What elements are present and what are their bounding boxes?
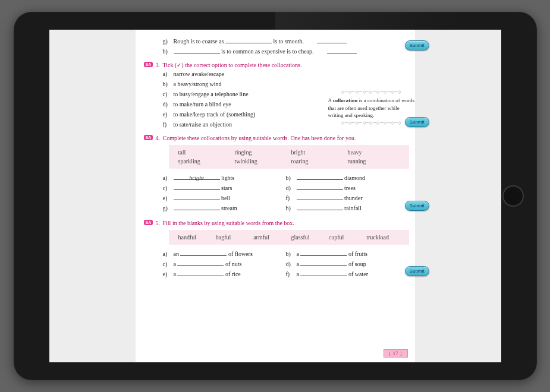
page-margin-right — [415, 30, 501, 362]
page-number-value: 17 — [393, 350, 398, 356]
q4-item: b) diamond — [286, 173, 409, 182]
blank-input[interactable] — [297, 204, 343, 210]
item-label: d) — [163, 100, 168, 109]
home-button[interactable] — [502, 185, 524, 207]
q4-answers: a)bright lights c) stars e) bell g) stre… — [143, 172, 409, 214]
blank-input[interactable] — [300, 260, 347, 266]
q4-item: c) stars — [163, 184, 286, 192]
q5-item: e)a of rice — [163, 270, 286, 279]
page-margin-left — [49, 30, 136, 362]
text: ) the correct option to complete these c… — [181, 62, 301, 68]
text: trees — [344, 185, 356, 191]
text: a — [174, 271, 176, 277]
word-option: handful — [176, 233, 213, 242]
item-label: c) — [163, 184, 168, 192]
text: a — [297, 251, 299, 257]
question-number: 3. — [156, 62, 161, 68]
q4-item: d) trees — [286, 184, 409, 192]
item-label: b) — [286, 249, 291, 258]
text: of soup — [348, 261, 366, 267]
item-label: a) — [163, 249, 168, 258]
page-number: [17] — [384, 349, 408, 358]
submit-button-q4[interactable]: Submit — [405, 201, 429, 211]
item-label: b) — [286, 173, 291, 182]
item-label: e) — [163, 270, 168, 279]
blank-input[interactable] — [297, 194, 343, 200]
blank-input[interactable] — [297, 173, 343, 180]
q5-item: d)a of soup — [286, 260, 409, 268]
blank-input[interactable] — [174, 194, 220, 200]
q4-heading: SA 4. Complete these collocations by usi… — [143, 135, 409, 141]
text: to busy/engage a telephone line — [174, 91, 249, 97]
blank-input[interactable] — [300, 270, 347, 276]
item-label: c) — [163, 260, 168, 268]
blank-input[interactable]: bright — [174, 173, 220, 180]
text: of fruits — [348, 251, 367, 257]
item-label: b) — [163, 80, 168, 88]
item-label: h) — [163, 47, 168, 56]
text: diamond — [344, 175, 365, 181]
text: a — [297, 261, 299, 267]
word-option: glassful — [288, 233, 326, 242]
q2-item-h: h) is to common as expensive is to cheap… — [143, 47, 409, 56]
text: a — [174, 261, 176, 267]
item-label: g) — [163, 37, 168, 46]
blank-input[interactable] — [174, 47, 220, 53]
item-label: f) — [286, 194, 290, 203]
q2-item-g: g) Rough is to coarse as is to smooth. — [143, 37, 409, 46]
collocation-callout: ◇─◇─◇─◇─◇─◇─◇─◇─◇ A collocation is a com… — [325, 83, 419, 132]
word-option: sparkling — [176, 157, 232, 166]
blank-input[interactable] — [300, 249, 347, 256]
tablet-frame: g) Rough is to coarse as is to smooth. h… — [14, 12, 537, 380]
text: lights — [221, 175, 234, 181]
text: narrow awake/escape — [174, 71, 225, 77]
word-option: bagful — [213, 233, 251, 242]
blank-input[interactable] — [177, 270, 224, 276]
text: to rate/raise an objection — [174, 121, 232, 128]
q5-heading: SA 5. Fill in the blanks by using suitab… — [143, 220, 409, 226]
blank-input[interactable] — [174, 184, 220, 190]
item-label: g) — [163, 204, 168, 213]
word-option: heavy — [345, 148, 402, 157]
worksheet-page: g) Rough is to coarse as is to smooth. h… — [136, 30, 415, 362]
text: is to smooth. — [274, 38, 304, 45]
submit-button-q5[interactable]: Submit — [405, 266, 429, 276]
text: A — [328, 97, 333, 103]
q5-wordbox: handful bagful armful glassful cupful tr… — [169, 230, 409, 245]
text: rainfall — [344, 205, 362, 211]
decorative-border: ◇─◇─◇─◇─◇─◇─◇─◇─◇ — [328, 90, 415, 95]
blank-input[interactable] — [177, 260, 224, 266]
text: stream — [221, 205, 237, 211]
q4-item: f) thunder — [286, 194, 409, 203]
word-option: cupful — [326, 233, 364, 242]
text: is to common as expensive is to cheap. — [221, 48, 314, 55]
blank-input[interactable] — [180, 249, 227, 256]
q3-item[interactable]: a)narrow awake/escape — [143, 69, 409, 78]
text: of rice — [225, 271, 241, 277]
blank-input[interactable] — [174, 204, 220, 210]
text: a — [297, 271, 299, 277]
text: of nuts — [225, 261, 242, 267]
item-label: a) — [163, 173, 168, 182]
blank-input[interactable] — [225, 37, 272, 43]
question-number: 5. — [156, 220, 161, 226]
word-option: tall — [176, 148, 232, 157]
q4-item: e) bell — [163, 194, 286, 203]
sa-badge: SA — [144, 135, 153, 140]
word-option: bright — [289, 148, 345, 157]
q4-item: h) rainfall — [286, 204, 409, 213]
blank-input[interactable] — [327, 47, 357, 53]
submit-button-q2[interactable]: Submit — [405, 40, 429, 50]
blank-input[interactable] — [297, 184, 343, 190]
q5-item: f)a of water — [286, 270, 409, 279]
blank-input[interactable] — [317, 37, 347, 43]
item-label: e) — [163, 194, 168, 203]
text: to make/keep track of (something) — [174, 111, 256, 118]
text-bold: collocation — [333, 97, 358, 103]
word-option: running — [345, 157, 402, 166]
sa-badge: SA — [144, 62, 153, 67]
question-number: 4. — [156, 135, 161, 141]
text: to make/turn a blind eye — [174, 101, 231, 108]
q5-item: a)an of flowers — [163, 249, 286, 258]
q5-answers: a)an of flowers c)a of nuts e)a of rice … — [143, 248, 409, 280]
